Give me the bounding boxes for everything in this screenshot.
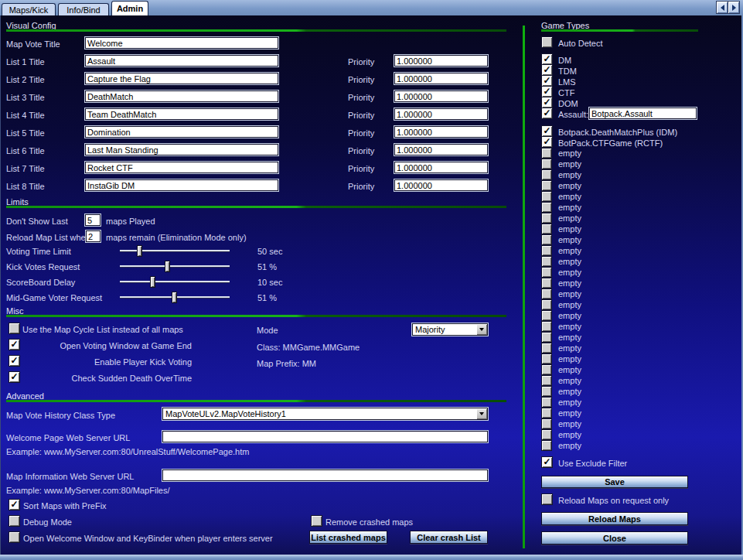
map-cycle-checkbox[interactable] <box>9 323 19 333</box>
sort-prefix-checkbox[interactable]: ✓ <box>9 500 19 510</box>
gametype-assault-checkbox[interactable]: ✓ <box>542 108 552 118</box>
priority-4-input[interactable] <box>394 108 488 120</box>
gametype-empty-checkbox[interactable] <box>542 149 551 158</box>
gametype-empty-checkbox[interactable] <box>542 289 551 299</box>
open-voting-checkbox[interactable]: ✓ <box>9 340 19 350</box>
priority-6-input[interactable] <box>394 144 488 155</box>
gametype-empty-checkbox[interactable] <box>542 181 551 190</box>
reload-request-checkbox[interactable] <box>542 494 552 504</box>
list-crashed-button[interactable]: List crashed maps <box>309 531 387 544</box>
welcome-window-checkbox[interactable] <box>9 532 19 542</box>
gametype-empty-checkbox[interactable] <box>542 430 551 439</box>
gametype-empty-checkbox[interactable] <box>542 235 551 244</box>
gametype-empty-checkbox[interactable] <box>542 300 551 309</box>
gametype-empty-checkbox[interactable] <box>542 170 551 179</box>
welcome-url-input[interactable] <box>162 431 488 442</box>
slider-track <box>120 265 230 267</box>
remove-crashed-checkbox[interactable] <box>312 516 322 526</box>
debug-mode-checkbox[interactable] <box>9 516 19 526</box>
gametype-row-empty: empty <box>542 256 720 267</box>
list-5-title-input[interactable] <box>85 126 278 138</box>
list-3-title-input[interactable] <box>85 90 278 102</box>
gametype-empty-checkbox[interactable] <box>542 203 551 212</box>
tab-info-bind[interactable]: Info/Bind <box>58 3 109 15</box>
gametype-empty-checkbox[interactable] <box>542 192 551 201</box>
assault-class-input[interactable] <box>589 108 697 119</box>
priority-5-input[interactable] <box>394 126 488 138</box>
gametype-empty-label: empty <box>558 268 581 277</box>
scoreboard-delay-slider[interactable] <box>120 277 230 287</box>
priority-7-input[interactable] <box>394 162 488 173</box>
list-7-title-input[interactable] <box>85 162 278 173</box>
tab-maps-kick[interactable]: Maps/Kick <box>2 3 56 15</box>
tab-scroll-right-button[interactable] <box>728 2 739 13</box>
sudden-death-checkbox[interactable]: ✓ <box>9 372 19 382</box>
gametype-empty-checkbox[interactable] <box>542 213 551 223</box>
gametype-empty-checkbox[interactable] <box>542 387 551 396</box>
list-8-title-input[interactable] <box>85 179 278 191</box>
history-class-dropdown-button[interactable] <box>476 408 487 419</box>
gametype-empty-checkbox[interactable] <box>542 278 551 288</box>
gametype-row-empty: empty <box>542 202 720 213</box>
priority-3-input[interactable] <box>394 90 488 102</box>
close-button[interactable]: Close <box>541 531 688 545</box>
slider-thumb[interactable] <box>165 261 169 271</box>
gametype-empty-checkbox[interactable] <box>542 322 551 331</box>
gametype-lms-checkbox[interactable]: ✓ <box>542 76 552 86</box>
slider-thumb[interactable] <box>172 292 176 302</box>
mode-dropdown[interactable]: Majority <box>412 323 488 336</box>
gametype-empty-checkbox[interactable] <box>542 376 551 385</box>
list-1-title-input[interactable] <box>85 55 278 67</box>
gametype-idm-checkbox[interactable]: ✓ <box>542 126 552 136</box>
gametype-rctf-checkbox[interactable]: ✓ <box>542 137 552 147</box>
history-class-dropdown[interactable]: MapVoteULv2.MapVoteHistory1 <box>162 408 488 420</box>
gametype-empty-checkbox[interactable] <box>542 343 551 353</box>
gametype-row-empty: empty <box>542 289 720 299</box>
gametype-empty-checkbox[interactable] <box>542 408 551 418</box>
list-6-title-input[interactable] <box>85 144 278 155</box>
gametype-dom-checkbox[interactable]: ✓ <box>542 97 552 108</box>
priority-5-label: Priority <box>348 128 374 138</box>
gametype-ctf-checkbox[interactable]: ✓ <box>542 87 552 97</box>
gametype-tdm-checkbox[interactable]: ✓ <box>542 65 552 75</box>
gametype-empty-checkbox[interactable] <box>542 257 551 266</box>
gametype-empty-checkbox[interactable] <box>542 354 551 364</box>
map-info-url-input[interactable] <box>162 470 488 481</box>
gametype-dm-checkbox[interactable]: ✓ <box>542 54 552 64</box>
list-4-title-input[interactable] <box>85 108 278 120</box>
gametype-empty-checkbox[interactable] <box>542 441 551 450</box>
list-2-title-input[interactable] <box>85 73 278 84</box>
dont-show-last-input[interactable] <box>85 214 101 226</box>
priority-1-input[interactable] <box>394 55 488 67</box>
gametype-empty-checkbox[interactable] <box>542 419 551 429</box>
reload-maps-button[interactable]: Reload Maps <box>541 512 688 525</box>
gametype-empty-checkbox[interactable] <box>542 333 551 342</box>
priority-8-input[interactable] <box>394 179 488 191</box>
save-button[interactable]: Save <box>541 476 688 488</box>
reload-when-input[interactable] <box>86 230 101 242</box>
gametype-empty-checkbox[interactable] <box>542 159 551 169</box>
slider-thumb[interactable] <box>138 246 141 256</box>
slider-thumb[interactable] <box>151 277 155 287</box>
gametype-empty-checkbox[interactable] <box>542 246 551 255</box>
gametype-empty-checkbox[interactable] <box>542 311 551 320</box>
tab-admin[interactable]: Admin <box>111 1 148 15</box>
gametype-empty-label: empty <box>558 224 581 234</box>
reload-when-label: Reload Map List when <box>6 233 90 242</box>
mode-dropdown-button[interactable] <box>476 324 487 335</box>
priority-2-input[interactable] <box>394 73 488 84</box>
gametype-empty-checkbox[interactable] <box>542 365 551 374</box>
map-vote-title-input[interactable] <box>85 37 278 49</box>
kick-voting-checkbox[interactable]: ✓ <box>9 356 19 366</box>
use-exclude-checkbox[interactable]: ✓ <box>542 457 552 467</box>
kick-votes-slider[interactable] <box>120 261 230 271</box>
gametype-empty-checkbox[interactable] <box>542 398 551 407</box>
tab-scroll-left-button[interactable] <box>717 2 728 13</box>
gametype-empty-checkbox[interactable] <box>542 224 551 234</box>
voting-time-slider[interactable] <box>120 246 230 256</box>
midgame-voter-slider[interactable] <box>120 292 230 302</box>
auto-detect-checkbox[interactable] <box>542 37 552 47</box>
gametype-empty-checkbox[interactable] <box>542 268 551 277</box>
clear-crash-button[interactable]: Clear crash List <box>410 531 488 544</box>
gametype-empty-label: empty <box>558 235 581 244</box>
